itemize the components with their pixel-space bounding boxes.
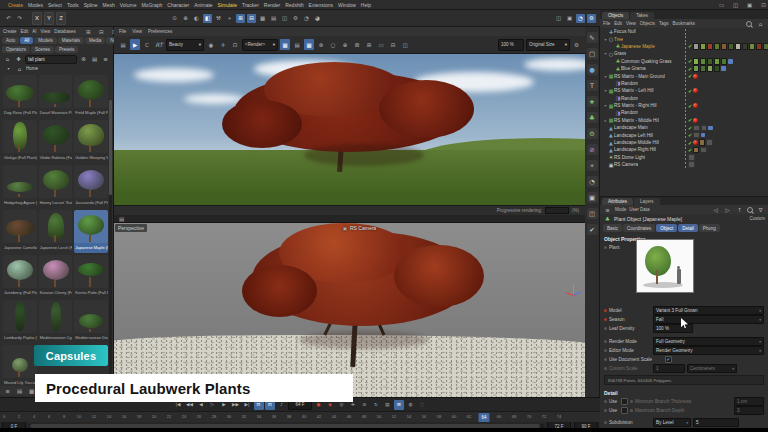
asset-item-hedgehog-agave-fall[interactable]: Hedgehog Agave (Fall...: [3, 165, 37, 208]
render-slot-dropdown[interactable]: <Render>▾: [242, 39, 278, 51]
enabled-check-icon[interactable]: ✔: [688, 88, 692, 94]
material-swatch[interactable]: [700, 65, 706, 72]
toolbar-icon-12[interactable]: ◔: [302, 14, 311, 23]
pv-menu-view[interactable]: View: [132, 29, 142, 34]
split-icon[interactable]: ▦: [304, 39, 314, 50]
menu-item-character[interactable]: Character: [167, 2, 189, 8]
interface-icon[interactable]: ⊡: [759, 0, 768, 9]
toolbar-icon-1[interactable]: ⊕: [181, 14, 190, 23]
menu-item-redshift[interactable]: Redshift: [285, 2, 303, 8]
asset-item-jacaranda-fall-plant[interactable]: Jacaranda (Fall Plant): [74, 165, 108, 208]
pen-tool-icon[interactable]: ✎: [587, 32, 598, 43]
fit-icon[interactable]: ⊞: [364, 39, 374, 50]
season-dropdown[interactable]: Fall▾: [653, 315, 764, 324]
object-row-blue-grama-5[interactable]: ♣Blue Grama✔: [600, 65, 768, 72]
visibility-dots[interactable]: [684, 110, 687, 116]
material-swatch[interactable]: [714, 58, 720, 65]
visibility-dots[interactable]: [684, 140, 687, 146]
material-swatch[interactable]: [707, 58, 713, 65]
visibility-dots[interactable]: [684, 88, 687, 94]
object-row-landscape-right-hill-16[interactable]: ▲Landscape Right Hill✔: [600, 146, 768, 153]
object-row-rs-matrix-left-hill-8[interactable]: ▾▦RS Matrix - Left Hill✔: [600, 87, 768, 94]
lock-icon[interactable]: ▦: [280, 39, 290, 50]
filter-icon[interactable]: ∇: [756, 205, 765, 214]
menu-item-extensions[interactable]: Extensions: [309, 2, 333, 8]
asset-item-kanzan-cherry-fall-pl[interactable]: Kanzan Cherry (Fall Pl...: [39, 255, 73, 298]
material-swatch[interactable]: [700, 43, 706, 50]
zoom-in-icon[interactable]: ⊕: [340, 39, 350, 50]
play-icon[interactable]: ▶: [130, 39, 140, 50]
panel-tab-layers[interactable]: Layers: [634, 198, 660, 205]
object-row-random-9[interactable]: ◨Random: [600, 95, 768, 102]
om-menu-edit[interactable]: Edit: [614, 21, 622, 26]
asset-item-golden-weeping-willo[interactable]: Golden Weeping Willo...: [74, 120, 108, 163]
menu-item-mesh[interactable]: Mesh: [103, 2, 115, 8]
axis-z-button[interactable]: Z: [56, 12, 66, 25]
material-swatch[interactable]: [749, 43, 755, 50]
plant-icon[interactable]: ♣: [587, 112, 598, 123]
custom-scale-unit-dropdown[interactable]: Centimeters▾: [687, 364, 737, 373]
toolbar-right-icon-3[interactable]: ⚙: [587, 14, 596, 23]
redo-icon[interactable]: ↷: [15, 14, 24, 23]
key-rotation-button[interactable]: ↻: [371, 400, 381, 410]
object-row-rs-dome-light-17[interactable]: ☀RS Dome Light: [600, 154, 768, 161]
asset-item-mediterranean-cypres[interactable]: Mediterranean Cypres...: [39, 300, 73, 343]
mode-menu[interactable]: Mode: [615, 207, 626, 212]
list-view-icon[interactable]: ≡: [3, 386, 12, 395]
generic-tag-icon[interactable]: [688, 154, 695, 161]
generic-tag-icon[interactable]: [688, 161, 695, 168]
search-icon[interactable]: [747, 207, 753, 213]
viewport-3d[interactable]: Perspective ▣ RS Camera: [114, 223, 585, 398]
zoom-level-field[interactable]: 100 %: [498, 39, 524, 51]
generic-tag-icon[interactable]: [693, 125, 700, 132]
toolbar-icon-3[interactable]: ◧: [203, 14, 212, 23]
object-row-grass-3[interactable]: ▾○Grass: [600, 50, 768, 57]
enabled-check-icon[interactable]: ✔: [688, 147, 692, 153]
toolbar-icon-2[interactable]: ◐: [192, 14, 201, 23]
add-icon[interactable]: ✚: [14, 55, 23, 64]
home-icon[interactable]: ⌂: [3, 55, 12, 64]
tag-icon[interactable]: [701, 133, 706, 138]
ab-menu-create[interactable]: Create: [3, 29, 17, 34]
toolbar-right-icon-1[interactable]: ▣: [565, 14, 574, 23]
viewport-name-label[interactable]: Perspective: [115, 224, 147, 232]
enabled-check-icon[interactable]: ✔: [688, 73, 692, 79]
panel-tab-attributes[interactable]: Attributes: [602, 198, 633, 205]
cube-icon[interactable]: ▢: [587, 48, 598, 59]
grid-view-icon[interactable]: ▤: [15, 386, 24, 395]
menu-item-modes[interactable]: Modes: [28, 2, 43, 8]
subdivision-field[interactable]: 5: [693, 418, 739, 427]
viewport-menu-icon[interactable]: ▤: [117, 214, 126, 223]
asset-item-mediterranean-dwarf[interactable]: Mediterranean Dwarf ...: [74, 300, 108, 343]
ab-menu-edit[interactable]: Edit: [21, 29, 29, 34]
asset-item-field-maple-fall-plant[interactable]: Field Maple (Fall Plant): [74, 75, 108, 118]
solo-button[interactable]: ◍: [406, 400, 416, 410]
visibility-dots[interactable]: [684, 29, 687, 35]
region-icon[interactable]: ○: [328, 39, 338, 50]
visibility-dots[interactable]: [684, 95, 687, 101]
material-swatch[interactable]: [756, 43, 762, 50]
material-swatch[interactable]: [693, 58, 699, 65]
material-swatch[interactable]: [700, 58, 706, 65]
object-row-japanese-maple-2[interactable]: ♣Japanese Maple✔: [600, 43, 768, 50]
tab-presets[interactable]: Presets: [55, 46, 78, 53]
material-swatch[interactable]: [763, 43, 768, 50]
material-swatch[interactable]: [693, 147, 699, 154]
ab-menu-ai[interactable]: AI: [32, 29, 36, 34]
tab-models[interactable]: Models: [34, 37, 57, 44]
menu-item-simulate[interactable]: Simulate: [218, 2, 237, 8]
visibility-dots[interactable]: [684, 154, 687, 160]
visibility-dots[interactable]: [684, 51, 687, 57]
editor-mode-dropdown[interactable]: Render Geometry▾: [653, 346, 764, 355]
material-swatch[interactable]: [693, 43, 699, 50]
timeline-ruler[interactable]: 0246810121416182022242628303234363840424…: [0, 411, 600, 422]
axis-y-button[interactable]: Y: [44, 12, 54, 25]
toolbar-icon-13[interactable]: ◕: [313, 14, 322, 23]
menu-item-animate[interactable]: Animate: [194, 2, 212, 8]
material-swatch[interactable]: [728, 43, 734, 50]
snap-icon[interactable]: ⌖: [587, 160, 598, 171]
object-row-common-quaking-grass-4[interactable]: ♣Common Quaking Grass✔: [600, 58, 768, 65]
refresh-icon[interactable]: C: [142, 39, 152, 50]
object-row-landscape-main-13[interactable]: ▲Landscape Main✔: [600, 124, 768, 131]
generic-tag-icon[interactable]: [701, 125, 708, 132]
